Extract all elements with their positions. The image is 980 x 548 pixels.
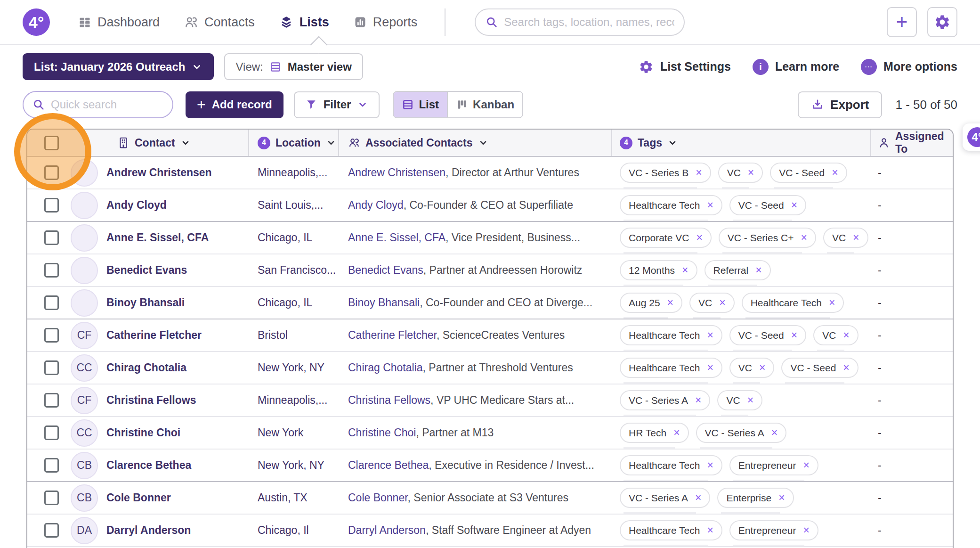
tag-pill[interactable]: Healthcare Tech× [620,325,722,345]
tag-remove-icon[interactable]: × [707,330,713,341]
list-settings-button[interactable]: List Settings [639,59,731,74]
associated-contact-link[interactable]: Andy Cloyd [348,199,404,211]
contact-name-link[interactable]: Catherine Fletcher [106,329,202,342]
tag-remove-icon[interactable]: × [803,525,809,536]
quick-search[interactable] [23,91,173,118]
tag-pill[interactable]: Enterprise× [717,488,794,508]
tag-remove-icon[interactable]: × [843,362,849,373]
tag-pill[interactable]: VC - Series A× [696,423,786,443]
tag-remove-icon[interactable]: × [695,395,701,406]
contact-name-link[interactable]: Christina Fellows [106,394,196,407]
row-checkbox[interactable] [44,393,59,408]
list-selector-button[interactable]: List: January 2026 Outreach [23,53,214,80]
tag-pill[interactable]: Entrepreneur× [729,520,818,540]
tag-pill[interactable]: Healthcare Tech× [620,520,722,540]
column-header-tags[interactable]: 4 Tags [612,130,871,156]
row-checkbox[interactable] [44,198,59,213]
row-checkbox[interactable] [44,230,59,245]
tag-pill[interactable]: VC - Series C+× [719,228,816,248]
tag-pill[interactable]: 12 Months× [620,260,697,280]
tag-remove-icon[interactable]: × [843,330,849,341]
more-options-button[interactable]: ... More options [861,59,957,75]
row-checkbox[interactable] [44,328,59,343]
row-checkbox[interactable] [44,295,59,310]
associated-contact-link[interactable]: Anne E. Sissel, CFA [348,231,445,244]
tag-pill[interactable]: Corporate VC× [620,228,712,248]
associated-contact-link[interactable]: Darryl Anderson [348,524,426,536]
learn-more-button[interactable]: i Learn more [753,59,839,75]
tag-remove-icon[interactable]: × [707,362,713,373]
tag-remove-icon[interactable]: × [695,492,701,503]
tag-pill[interactable]: VC× [813,325,859,345]
tag-remove-icon[interactable]: × [673,427,680,438]
associated-contact-link[interactable]: Chirag Chotalia [348,361,423,374]
quick-search-input[interactable] [51,98,164,111]
export-button[interactable]: Export [798,91,882,118]
tag-remove-icon[interactable]: × [801,232,807,243]
tag-pill[interactable]: VC× [823,228,868,248]
global-search-input[interactable] [504,16,674,29]
tag-pill[interactable]: Entrepreneur× [729,455,818,475]
view-toggle-list[interactable]: List [394,92,447,117]
tag-pill[interactable]: Referral× [705,260,771,280]
tag-remove-icon[interactable]: × [771,427,778,438]
tag-pill[interactable]: VC - Seed× [729,325,806,345]
tag-remove-icon[interactable]: × [755,265,761,276]
column-header-associated-contacts[interactable]: Associated Contacts [339,130,612,156]
column-header-contact[interactable]: Contact [69,130,249,156]
tag-remove-icon[interactable]: × [791,330,797,341]
contact-name-link[interactable]: Clarence Bethea [106,459,191,472]
contact-name-link[interactable]: Andy Cloyd [106,199,167,212]
tag-pill[interactable]: VC× [717,390,762,410]
associated-contact-link[interactable]: Binoy Bhansali [348,296,420,309]
nav-item-lists[interactable]: Lists [279,15,329,30]
filter-button[interactable]: Filter [294,91,380,118]
associated-contact-link[interactable]: Christine Choi [348,426,416,439]
row-checkbox[interactable] [44,263,59,278]
tag-pill[interactable]: Healthcare Tech× [742,293,844,313]
tag-pill[interactable]: HR Tech× [620,423,689,443]
app-logo[interactable]: 4° [23,8,50,36]
select-all-checkbox[interactable] [44,136,59,150]
tag-remove-icon[interactable]: × [719,297,725,308]
tag-remove-icon[interactable]: × [853,232,859,243]
contact-name-link[interactable]: Darryl Anderson [106,524,191,537]
tag-pill[interactable]: Aug 25× [620,293,682,313]
row-checkbox[interactable] [44,523,59,538]
associated-contact-link[interactable]: Christina Fellows [348,394,430,406]
tag-remove-icon[interactable]: × [707,460,713,471]
tag-remove-icon[interactable]: × [829,297,835,308]
contact-name-link[interactable]: Anne E. Sissel, CFA [106,231,209,244]
tag-remove-icon[interactable]: × [803,460,809,471]
contact-name-link[interactable]: Chirag Chotalia [106,361,186,374]
tag-remove-icon[interactable]: × [791,200,797,211]
associated-contact-link[interactable]: Cole Bonner [348,491,408,504]
row-checkbox[interactable] [44,425,59,440]
row-checkbox[interactable] [44,458,59,473]
tag-remove-icon[interactable]: × [747,395,753,406]
row-checkbox[interactable] [44,165,59,180]
row-checkbox[interactable] [44,360,59,375]
nav-item-dashboard[interactable]: Dashboard [78,15,160,30]
tag-remove-icon[interactable]: × [759,362,765,373]
row-checkbox[interactable] [44,491,59,505]
tag-pill[interactable]: VC - Seed× [770,163,847,183]
tag-remove-icon[interactable]: × [707,525,713,536]
tag-remove-icon[interactable]: × [696,232,702,243]
tag-pill[interactable]: Healthcare Tech× [620,358,722,378]
tag-remove-icon[interactable]: × [667,297,673,308]
tag-pill[interactable]: VC× [718,163,763,183]
tag-remove-icon[interactable]: × [682,265,688,276]
contact-name-link[interactable]: Andrew Christensen [106,166,212,179]
nav-item-reports[interactable]: Reports [354,15,418,30]
tag-remove-icon[interactable]: × [748,167,754,178]
tag-pill[interactable]: VC - Series A× [620,488,710,508]
column-header-assigned-to[interactable]: Assigned To [871,130,953,156]
contact-name-link[interactable]: Christine Choi [106,426,180,439]
contact-name-link[interactable]: Cole Bonner [106,491,171,504]
tag-pill[interactable]: VC - Seed× [781,358,858,378]
tag-pill[interactable]: VC - Seed× [729,195,806,215]
column-header-location[interactable]: 4 Location [249,130,339,156]
contact-name-link[interactable]: Binoy Bhansali [106,296,185,309]
view-toggle-kanban[interactable]: Kanban [447,92,522,117]
